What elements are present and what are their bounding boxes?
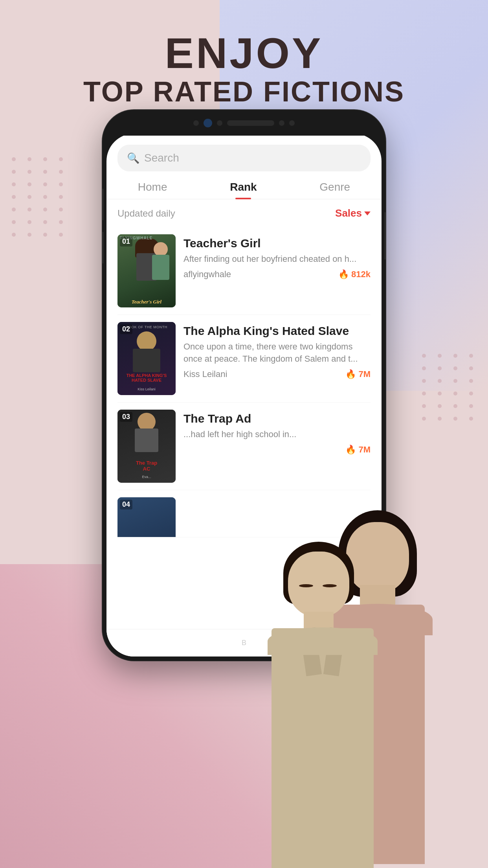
- rank-badge-3: 03: [120, 412, 132, 422]
- book-list: 01 Teacher's Girl: [106, 227, 382, 537]
- book-title-3: The Trap Ad: [183, 412, 371, 425]
- nav-tabs: Home Rank Genre: [106, 171, 382, 199]
- book-info-4: [183, 497, 371, 530]
- phone-outer: 🔍 Search Home Rank Genre: [103, 110, 385, 660]
- book-item-4[interactable]: 04 Mys9B: [117, 490, 371, 537]
- front-camera: [279, 120, 284, 126]
- book-author-2: Kiss Leilani: [183, 369, 227, 379]
- book-item-3[interactable]: 03 The TrapAC Eva... T: [117, 403, 371, 490]
- search-bar[interactable]: 🔍 Search: [117, 145, 371, 171]
- book-item-2[interactable]: 02 BOOK OF THE MONTH THE ALPHA KING'SHAT…: [117, 315, 371, 403]
- camera-dot-left: [193, 120, 199, 126]
- tab-rank[interactable]: Rank: [230, 181, 257, 199]
- volume-up-button: [103, 189, 103, 220]
- fire-icon-1: 🔥: [338, 269, 349, 280]
- chevron-down-icon: [364, 211, 371, 215]
- book-cover-wrap-1: 01 Teacher's Girl: [117, 234, 176, 307]
- book-desc-3: ...had left her high school in...: [183, 428, 371, 441]
- phone-top-bar: [103, 110, 385, 136]
- book-desc-2: Once upon a time, there were two kingdom…: [183, 341, 371, 365]
- search-placeholder: Search: [144, 152, 179, 164]
- book-cover-wrap-3: 03 The TrapAC Eva...: [117, 410, 176, 483]
- camera-dot-center: [217, 120, 222, 126]
- speaker-bar: [227, 120, 274, 126]
- book-author-1: aflyingwhale: [183, 269, 231, 280]
- tab-genre[interactable]: Genre: [319, 181, 350, 199]
- cover-1-title: Teacher's Girl: [119, 299, 174, 305]
- cover-3-title: The TrapAC: [118, 460, 175, 472]
- rank-badge-2: 02: [120, 324, 132, 334]
- cover-2-title: THE ALPHA KING'SHATED SLAVE: [118, 373, 175, 383]
- heading-line2: TOP RATED FICTIONS: [0, 75, 488, 108]
- book-meta-3: 🔥 7M: [183, 445, 371, 455]
- sales-label: Sales: [335, 207, 362, 219]
- dots-pattern-right: [422, 354, 476, 421]
- rank-badge-4: 04: [120, 500, 132, 509]
- fire-icon-3: 🔥: [345, 445, 356, 455]
- camera-main: [204, 119, 212, 127]
- book-meta-1: aflyingwhale 🔥 812k: [183, 269, 371, 280]
- bottom-nav-label-1: B: [242, 639, 246, 647]
- volume-down-button: [103, 232, 103, 263]
- book-desc-1: After finding out her boyfriend cheated …: [183, 253, 371, 265]
- book-meta-2: Kiss Leilani 🔥 7M: [183, 369, 371, 379]
- search-icon: 🔍: [127, 152, 139, 164]
- phone-wrapper: 🔍 Search Home Rank Genre: [103, 110, 385, 660]
- heading-line1: ENJOY: [0, 31, 488, 75]
- power-button: [385, 212, 385, 259]
- book-info-1: Teacher's Girl After finding out her boy…: [183, 234, 371, 307]
- bottom-nav: B: [106, 629, 382, 657]
- fire-icon-2: 🔥: [345, 369, 356, 379]
- rank-badge-1: 01: [120, 237, 132, 246]
- book-cover-wrap-4: 04 Mys9B: [117, 497, 176, 530]
- book-reads-3: 🔥 7M: [345, 445, 371, 455]
- book-item-1[interactable]: 01 Teacher's Girl: [117, 227, 371, 315]
- book-info-2: The Alpha King's Hated Slave Once upon a…: [183, 322, 371, 395]
- tab-home[interactable]: Home: [138, 181, 167, 199]
- dots-pattern-left: [12, 157, 66, 237]
- book-reads-2: 🔥 7M: [345, 369, 371, 379]
- page-heading: ENJOY TOP RATED FICTIONS: [0, 31, 488, 108]
- book-title-1: Teacher's Girl: [183, 237, 371, 250]
- sales-filter-button[interactable]: Sales: [335, 207, 371, 219]
- app-content: 🔍 Search Home Rank Genre: [106, 134, 382, 657]
- book-reads-1: 🔥 812k: [338, 269, 371, 280]
- bottom-nav-item-1[interactable]: B: [242, 639, 246, 647]
- book-title-2: The Alpha King's Hated Slave: [183, 324, 371, 338]
- phone-screen: 🔍 Search Home Rank Genre: [106, 134, 382, 657]
- filter-row: Updated daily Sales: [106, 199, 382, 227]
- book-info-3: The Trap Ad ...had left her high school …: [183, 410, 371, 483]
- book-cover-wrap-2: 02 BOOK OF THE MONTH THE ALPHA KING'SHAT…: [117, 322, 176, 395]
- updated-label: Updated daily: [117, 208, 175, 219]
- sensor: [289, 120, 295, 126]
